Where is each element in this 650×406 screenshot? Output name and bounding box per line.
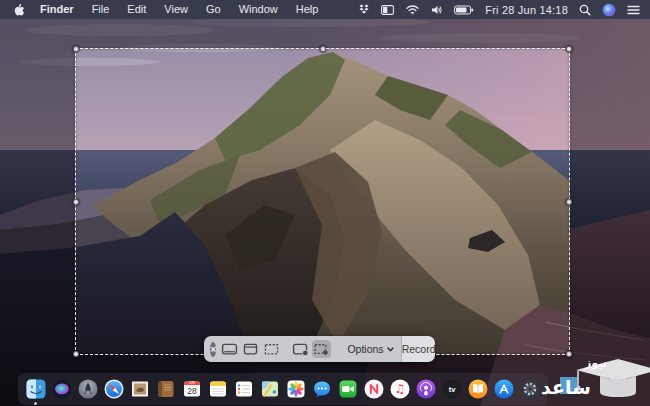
capture-window-icon (241, 342, 260, 357)
calendar-day-label: 28 (187, 386, 197, 396)
dock-item-messages[interactable] (312, 379, 332, 399)
watermark-bottom-text: ساعد (541, 376, 591, 398)
selection-rectangle[interactable] (75, 48, 570, 355)
record-entire-screen-button[interactable] (291, 340, 310, 358)
wifi-icon[interactable] (405, 4, 420, 15)
dock-item-calendar[interactable]: JUN 28 (182, 379, 202, 399)
dock-item-photos[interactable] (286, 379, 306, 399)
selection-handle-ne[interactable] (566, 46, 572, 52)
record-screen-icon (291, 342, 310, 357)
desktop: Finder File Edit View Go Window Help (0, 0, 650, 406)
dim-overlay-left (0, 48, 75, 355)
menu-file[interactable]: File (83, 0, 119, 19)
dock-item-tv[interactable]: tv (442, 379, 462, 399)
dock-item-siri[interactable] (52, 379, 72, 399)
spotlight-icon[interactable] (579, 4, 591, 16)
window-manager-icon[interactable] (381, 5, 394, 15)
app-store-icon (494, 379, 514, 399)
dock-item-books[interactable] (468, 379, 488, 399)
watermark-top-text: نیوز (584, 357, 607, 370)
podcasts-icon (416, 379, 436, 399)
record-portion-icon (312, 342, 331, 357)
screenshot-toolbar: × (204, 336, 432, 362)
selection-handle-nw[interactable] (73, 46, 79, 52)
dock-item-music[interactable]: ♫ (390, 379, 410, 399)
close-icon: × (210, 343, 216, 355)
notes-icon (208, 379, 228, 399)
tv-label: tv (449, 385, 456, 394)
chevron-down-icon (387, 347, 394, 352)
menu-window[interactable]: Window (230, 0, 287, 19)
menu-view[interactable]: View (155, 0, 197, 19)
dock-item-mail[interactable] (130, 379, 150, 399)
notification-center-icon[interactable] (627, 5, 640, 15)
capture-portion-button[interactable] (262, 340, 281, 358)
siri-dock-icon (52, 379, 72, 399)
options-label: Options (347, 343, 383, 355)
dock-item-safari[interactable] (104, 379, 124, 399)
calendar-icon: JUN 28 (182, 379, 202, 399)
close-button[interactable]: × (210, 342, 216, 357)
maps-icon (260, 379, 280, 399)
apple-tv-icon: tv (442, 379, 462, 399)
system-preferences-icon (520, 379, 540, 399)
music-icon: ♫ (390, 379, 410, 399)
dropbox-icon[interactable] (358, 4, 370, 15)
selection-handle-sw[interactable] (73, 351, 79, 357)
music-note-glyph: ♫ (395, 382, 406, 396)
dock-item-notes[interactable] (208, 379, 228, 399)
dim-overlay-right (570, 48, 650, 355)
reminders-icon (234, 379, 254, 399)
volume-icon[interactable] (431, 5, 443, 15)
selection-handle-w[interactable] (73, 199, 79, 205)
books-icon (468, 379, 488, 399)
capture-portion-icon (262, 342, 281, 357)
menu-go[interactable]: Go (197, 0, 230, 19)
battery-icon[interactable] (454, 5, 474, 15)
dock-item-facetime[interactable] (338, 379, 358, 399)
capture-window-button[interactable] (241, 340, 260, 358)
dock-item-launchpad[interactable] (78, 379, 98, 399)
menu-bar: Finder File Edit View Go Window Help (0, 0, 650, 19)
options-dropdown[interactable]: Options (340, 343, 400, 355)
menu-finder[interactable]: Finder (31, 0, 83, 19)
launchpad-icon (78, 379, 98, 399)
capture-entire-screen-button[interactable] (220, 340, 239, 358)
mail-stamp-icon (130, 379, 150, 399)
dock-item-reminders[interactable] (234, 379, 254, 399)
messages-icon (312, 379, 332, 399)
selection-handle-n[interactable] (320, 46, 326, 52)
dock: JUN 28 (18, 373, 548, 405)
dock-item-contacts[interactable] (156, 379, 176, 399)
news-icon (364, 379, 384, 399)
menu-edit[interactable]: Edit (118, 0, 155, 19)
dock-item-finder[interactable] (26, 379, 46, 399)
selection-handle-e[interactable] (566, 199, 572, 205)
dock-item-system-preferences[interactable] (520, 379, 540, 399)
dock-item-podcasts[interactable] (416, 379, 436, 399)
dock-item-appstore[interactable] (494, 379, 514, 399)
contacts-icon (156, 379, 176, 399)
finder-icon (26, 379, 46, 399)
capture-screen-icon (220, 342, 239, 357)
record-button[interactable]: Record (401, 336, 436, 362)
photos-icon (286, 379, 306, 399)
dock-item-news[interactable] (364, 379, 384, 399)
record-label: Record (402, 343, 436, 355)
record-portion-button[interactable] (312, 340, 331, 358)
dock-item-maps[interactable] (260, 379, 280, 399)
siri-icon[interactable] (602, 3, 616, 17)
menubar-clock[interactable]: Fri 28 Jun 14:18 (485, 4, 568, 16)
menu-help[interactable]: Help (287, 0, 328, 19)
facetime-icon (338, 379, 358, 399)
apple-icon (12, 3, 25, 17)
calendar-month-label: JUN (189, 381, 195, 385)
safari-icon (104, 379, 124, 399)
watermark: نیوز ساعد (538, 350, 650, 406)
running-indicator (34, 402, 37, 405)
apple-menu[interactable] (10, 3, 31, 17)
